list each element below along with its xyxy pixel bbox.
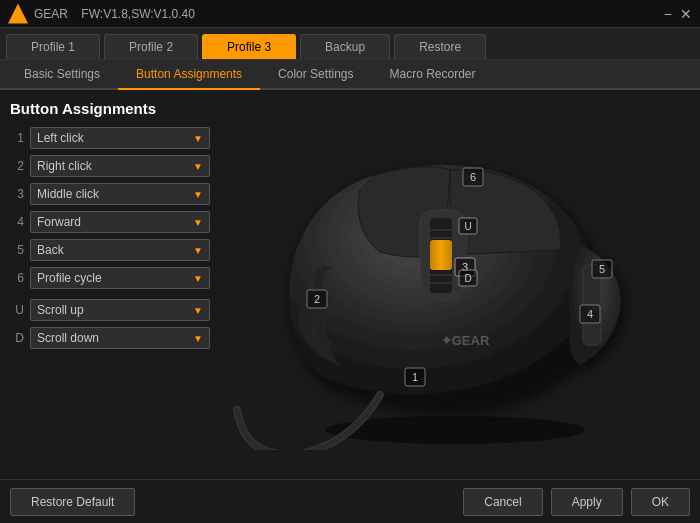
assignment-dropdown-5[interactable]: Back ▼ bbox=[30, 239, 210, 261]
assignment-dropdown-3[interactable]: Middle click ▼ bbox=[30, 183, 210, 205]
dropdown-arrow-1: ▼ bbox=[193, 133, 203, 144]
gear-text: GEAR bbox=[34, 7, 68, 21]
mouse-container: ✦GEAR 1 2 3 bbox=[225, 110, 685, 450]
tab-button-assignments[interactable]: Button Assignments bbox=[118, 60, 260, 90]
right-panel: ✦GEAR 1 2 3 bbox=[220, 100, 690, 459]
svg-text:D: D bbox=[464, 273, 471, 284]
assignment-label-4: Forward bbox=[37, 215, 81, 229]
cancel-button[interactable]: Cancel bbox=[463, 488, 542, 516]
dropdown-arrow-d: ▼ bbox=[193, 333, 203, 344]
profile-tab-3[interactable]: Profile 3 bbox=[202, 34, 296, 59]
svg-text:2: 2 bbox=[314, 293, 320, 305]
assignment-label-6: Profile cycle bbox=[37, 271, 102, 285]
dropdown-arrow-6: ▼ bbox=[193, 273, 203, 284]
tab-macro-recorder[interactable]: Macro Recorder bbox=[371, 60, 493, 90]
bottom-bar: Restore Default Cancel Apply OK bbox=[0, 479, 700, 523]
ok-button[interactable]: OK bbox=[631, 488, 690, 516]
assignment-row-u: U Scroll up ▼ bbox=[10, 299, 210, 321]
svg-text:1: 1 bbox=[412, 371, 418, 383]
svg-text:U: U bbox=[464, 221, 471, 232]
svg-text:6: 6 bbox=[470, 171, 476, 183]
assignment-dropdown-u[interactable]: Scroll up ▼ bbox=[30, 299, 210, 321]
assignment-dropdown-2[interactable]: Right click ▼ bbox=[30, 155, 210, 177]
scroll-section: U Scroll up ▼ D Scroll down ▼ bbox=[10, 299, 210, 349]
version-text: FW:V1.8,SW:V1.0.40 bbox=[81, 7, 195, 21]
assignment-dropdown-d[interactable]: Scroll down ▼ bbox=[30, 327, 210, 349]
apply-button[interactable]: Apply bbox=[551, 488, 623, 516]
close-button[interactable]: ✕ bbox=[680, 7, 692, 21]
profile-tabs: Profile 1 Profile 2 Profile 3 Backup Res… bbox=[0, 28, 700, 60]
assignment-label-u: Scroll up bbox=[37, 303, 84, 317]
assignment-num-1: 1 bbox=[10, 131, 24, 145]
dropdown-arrow-3: ▼ bbox=[193, 189, 203, 200]
left-panel: Button Assignments 1 Left click ▼ 2 Righ… bbox=[10, 100, 210, 459]
assignment-num-u: U bbox=[10, 303, 24, 317]
main-content: Button Assignments 1 Left click ▼ 2 Righ… bbox=[0, 90, 700, 469]
assignment-row-5: 5 Back ▼ bbox=[10, 239, 210, 261]
assignment-label-5: Back bbox=[37, 243, 64, 257]
profile-tab-1[interactable]: Profile 1 bbox=[6, 34, 100, 59]
dropdown-arrow-2: ▼ bbox=[193, 161, 203, 172]
dropdown-arrow-4: ▼ bbox=[193, 217, 203, 228]
sub-tabs: Basic Settings Button Assignments Color … bbox=[0, 60, 700, 90]
svg-text:✦GEAR: ✦GEAR bbox=[441, 333, 490, 348]
mouse-image: ✦GEAR 1 2 3 bbox=[225, 110, 685, 450]
svg-text:4: 4 bbox=[587, 308, 593, 320]
profile-tab-restore[interactable]: Restore bbox=[394, 34, 486, 59]
profile-tab-backup[interactable]: Backup bbox=[300, 34, 390, 59]
assignment-dropdown-1[interactable]: Left click ▼ bbox=[30, 127, 210, 149]
profile-tab-2[interactable]: Profile 2 bbox=[104, 34, 198, 59]
bottom-right-buttons: Cancel Apply OK bbox=[463, 488, 690, 516]
assignment-row-2: 2 Right click ▼ bbox=[10, 155, 210, 177]
titlebar: GEAR FW:V1.8,SW:V1.0.40 − ✕ bbox=[0, 0, 700, 28]
assignment-dropdown-4[interactable]: Forward ▼ bbox=[30, 211, 210, 233]
assignment-num-d: D bbox=[10, 331, 24, 345]
assignment-row-d: D Scroll down ▼ bbox=[10, 327, 210, 349]
tab-color-settings[interactable]: Color Settings bbox=[260, 60, 371, 90]
assignment-label-3: Middle click bbox=[37, 187, 99, 201]
app-logo: GEAR FW:V1.8,SW:V1.0.40 bbox=[8, 4, 195, 24]
assignment-num-4: 4 bbox=[10, 215, 24, 229]
page-title: Button Assignments bbox=[10, 100, 210, 117]
tab-basic-settings[interactable]: Basic Settings bbox=[6, 60, 118, 90]
assignment-row-3: 3 Middle click ▼ bbox=[10, 183, 210, 205]
app-title: GEAR FW:V1.8,SW:V1.0.40 bbox=[34, 7, 195, 21]
assignment-num-2: 2 bbox=[10, 159, 24, 173]
dropdown-arrow-u: ▼ bbox=[193, 305, 203, 316]
assignment-num-6: 6 bbox=[10, 271, 24, 285]
svg-rect-2 bbox=[430, 240, 452, 270]
assignment-dropdown-6[interactable]: Profile cycle ▼ bbox=[30, 267, 210, 289]
assignment-num-5: 5 bbox=[10, 243, 24, 257]
window-controls: − ✕ bbox=[664, 7, 692, 21]
logo-icon bbox=[8, 4, 28, 24]
assignment-row-6: 6 Profile cycle ▼ bbox=[10, 267, 210, 289]
assignment-row-4: 4 Forward ▼ bbox=[10, 211, 210, 233]
svg-text:5: 5 bbox=[599, 263, 605, 275]
assignment-num-3: 3 bbox=[10, 187, 24, 201]
dropdown-arrow-5: ▼ bbox=[193, 245, 203, 256]
assignment-label-1: Left click bbox=[37, 131, 84, 145]
assignment-label-d: Scroll down bbox=[37, 331, 99, 345]
restore-default-button[interactable]: Restore Default bbox=[10, 488, 135, 516]
assignment-label-2: Right click bbox=[37, 159, 92, 173]
assignment-row-1: 1 Left click ▼ bbox=[10, 127, 210, 149]
minimize-button[interactable]: − bbox=[664, 7, 672, 21]
